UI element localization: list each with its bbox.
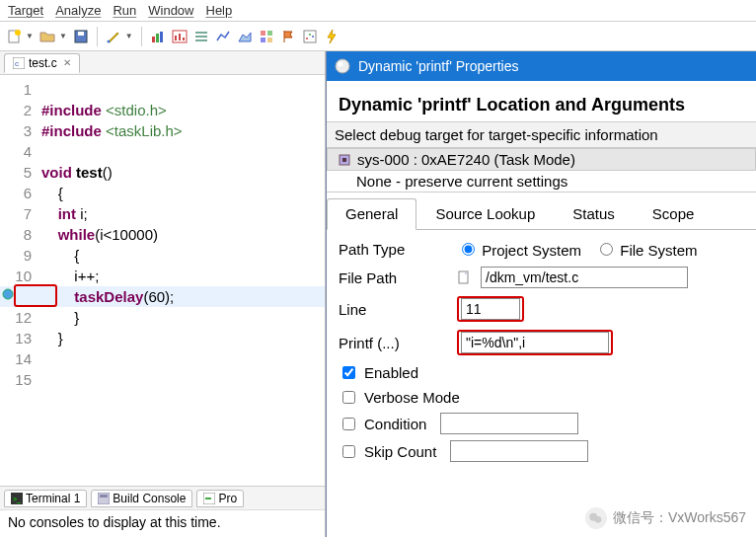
line-label: Line [339,301,447,318]
svg-rect-16 [267,31,272,36]
skip-checkbox[interactable] [342,445,355,458]
grid-icon[interactable] [259,29,274,44]
console-message: No consoles to display at this time. [0,509,325,537]
list-icon[interactable] [193,29,209,44]
target-list[interactable]: sys-000 : 0xAE7240 (Task Mode) None - pr… [327,148,756,192]
bottom-tab-bar: >_ Terminal 1 Build Console Pro [0,486,325,509]
tab-general[interactable]: General [327,198,416,230]
row-skip: Skip Count [339,440,744,462]
tab-terminal1[interactable]: >_ Terminal 1 [4,490,87,507]
printf-input[interactable] [461,332,609,353]
chip-icon [338,153,351,167]
chart2-icon[interactable] [172,29,188,44]
tab-label: test.c [29,56,57,70]
svg-rect-11 [183,38,185,40]
svg-point-33 [339,62,343,67]
menu-help[interactable]: Help [206,3,233,18]
file-icon [457,270,471,284]
wechat-icon [585,507,607,529]
enabled-label: Enabled [364,364,418,381]
printf-label: Printf (...) [339,335,447,351]
progress-icon [203,493,215,504]
save-icon[interactable] [73,29,89,44]
path-type-label: Path Type [339,241,447,258]
row-printf: Printf (...) [339,330,744,355]
dialog-tabs: General Source Lookup Status Scope [327,198,756,230]
svg-rect-14 [195,39,207,41]
dialog-icon [335,58,350,74]
editor-panel: c test.c ✕ 123456789101112131415 #includ… [0,51,326,537]
svg-rect-19 [304,31,316,42]
verbose-checkbox[interactable] [342,391,355,404]
tab-build-console[interactable]: Build Console [91,490,192,507]
svg-rect-35 [342,158,346,162]
svg-rect-28 [98,493,110,504]
terminal-icon: >_ [11,493,23,504]
dialog-instruction: Select debug target for target-specific … [327,121,756,148]
line-input[interactable] [461,298,520,320]
code-editor[interactable]: 123456789101112131415 #include <stdio.h>… [0,75,325,486]
flag-icon[interactable] [280,29,296,44]
new-icon[interactable] [6,29,22,44]
tab-source-lookup[interactable]: Source Lookup [416,198,554,229]
svg-point-4 [107,39,110,42]
toolbar: ▼ ▼ ▼ [0,22,756,51]
tab-scope[interactable]: Scope [634,198,714,229]
condition-input[interactable] [440,413,578,434]
c-file-icon: c [13,57,25,69]
breakpoint-icon[interactable] [2,288,14,300]
row-enabled: Enabled [339,363,744,382]
tab-testc[interactable]: c test.c ✕ [4,53,80,73]
dialog-headline: Dynamic 'printf' Location and Arguments [327,81,756,121]
menu-run[interactable]: Run [113,3,136,18]
code-area[interactable]: #include <stdio.h>#include <taskLib.h> v… [38,75,325,486]
skip-input[interactable] [450,440,588,462]
row-line: Line [339,296,744,322]
target-item-none[interactable]: None - preserve current settings [327,171,756,192]
line-chart-icon[interactable] [215,29,231,44]
lightning-icon[interactable] [324,29,340,44]
svg-rect-9 [175,36,177,40]
verbose-label: Verbose Mode [364,389,460,406]
svg-rect-7 [160,32,163,42]
svg-rect-6 [156,34,159,42]
svg-rect-5 [152,37,155,42]
dialog-title-text: Dynamic 'printf' Properties [358,58,519,74]
enabled-checkbox[interactable] [342,366,355,379]
condition-label: Condition [364,416,426,432]
svg-text:c: c [15,59,19,68]
svg-point-22 [312,36,314,38]
condition-checkbox[interactable] [342,418,355,430]
skip-label: Skip Count [364,443,436,460]
tab-pro[interactable]: Pro [196,490,244,507]
dialog-titlebar: Dynamic 'printf' Properties [327,51,756,81]
marker-icon[interactable] [106,29,121,44]
svg-rect-12 [195,32,207,34]
chart1-icon[interactable] [150,29,166,44]
watermark: 微信号：VxWorks567 [585,507,746,529]
plot-icon[interactable] [302,29,318,44]
svg-rect-29 [100,495,108,498]
file-path-input[interactable] [481,267,688,288]
close-icon[interactable]: ✕ [63,57,71,68]
tab-status[interactable]: Status [554,198,634,229]
line-gutter: 123456789101112131415 [0,75,38,486]
area-chart-icon[interactable] [237,29,253,44]
radio-file-system[interactable]: File System [595,240,698,259]
general-form: Path Type Project System File System Fil… [327,230,756,478]
row-path-type: Path Type Project System File System [339,240,744,259]
svg-point-21 [309,34,311,36]
radio-project-system[interactable]: Project System [457,240,581,259]
console-icon [98,493,110,504]
menu-window[interactable]: Window [148,3,193,18]
menu-analyze[interactable]: Analyze [55,3,101,18]
properties-dialog: Dynamic 'printf' Properties Dynamic 'pri… [326,51,756,537]
svg-text:>_: >_ [13,496,21,503]
target-item-sys[interactable]: sys-000 : 0xAE7240 (Task Mode) [327,148,756,171]
menu-bar: Target Analyze Run Window Help [0,0,756,22]
row-condition: Condition [339,413,744,434]
svg-rect-31 [205,498,211,499]
menu-target[interactable]: Target [8,3,43,18]
svg-point-1 [15,30,21,36]
open-icon[interactable] [39,29,55,44]
